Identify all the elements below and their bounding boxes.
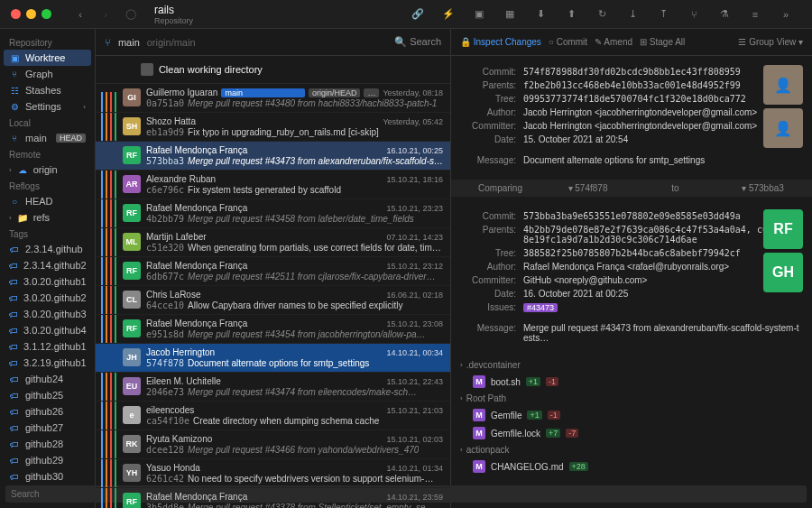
file-section[interactable]: ›.devcontainer bbox=[451, 357, 812, 373]
forward-button[interactable]: › bbox=[95, 4, 116, 25]
commit-row[interactable]: CLChris LaRose16.06.21, 02:1864cce10Allo… bbox=[96, 286, 450, 315]
more-icon[interactable]: » bbox=[772, 4, 799, 25]
commit-row[interactable]: RFRafael Mendonça França15.10.21, 23:08e… bbox=[96, 315, 450, 344]
commit-row[interactable]: EUEileen M. Uchitelle15.10.21, 22:432046… bbox=[96, 373, 450, 402]
compare-to: to bbox=[635, 183, 715, 193]
download-icon[interactable]: ⬇ bbox=[527, 4, 554, 25]
sidebar-item-worktree[interactable]: ▣Worktree bbox=[4, 50, 91, 66]
tab-amend[interactable]: ✎ Amend bbox=[595, 37, 632, 47]
sidebar-item-tag[interactable]: 🏷github30 bbox=[0, 468, 95, 485]
avatar: 👤 bbox=[763, 65, 803, 105]
commit-row[interactable]: RFRafael Mendonça França14.10.21, 23:593… bbox=[96, 488, 450, 508]
group-view-dropdown[interactable]: ☰ Group View ▾ bbox=[738, 37, 803, 47]
close-icon[interactable] bbox=[11, 9, 21, 19]
file-row[interactable]: Mboot.sh+1-1 bbox=[451, 373, 812, 391]
issue-pill[interactable]: #43473 bbox=[523, 303, 558, 312]
sidebar-item-tag[interactable]: 🏷3.0.20.github4 bbox=[0, 322, 95, 338]
sidebar-item-tag[interactable]: 🏷github27 bbox=[0, 420, 95, 436]
commit-time: 15.10.21, 22:43 bbox=[386, 377, 443, 386]
sidebar-item-stashes[interactable]: ☷Stashes bbox=[0, 82, 95, 98]
ref-pill[interactable]: main bbox=[221, 88, 305, 97]
sidebar-item-origin[interactable]: ›☁origin bbox=[0, 162, 95, 178]
sidebar-item-tag[interactable]: 🏷3.0.20.github2 bbox=[0, 290, 95, 306]
current-branch[interactable]: main bbox=[118, 37, 140, 48]
repo-name: rails bbox=[154, 4, 193, 16]
file-row[interactable]: MGemfile+1-1 bbox=[451, 406, 812, 424]
branch-icon[interactable]: ⑂ bbox=[680, 4, 707, 25]
redo-icon[interactable]: ↻ bbox=[588, 4, 615, 25]
sidebar-item-label: github25 bbox=[25, 390, 63, 401]
sidebar-item-tag[interactable]: 🏷github29 bbox=[0, 452, 95, 468]
sidebar-item-tag[interactable]: 🏷github26 bbox=[0, 403, 95, 420]
grid-icon[interactable]: ▦ bbox=[496, 4, 523, 25]
search-input[interactable] bbox=[5, 485, 96, 503]
meta-parents[interactable]: f2be2b013cc468eb4e10bb33ac001e48d4952f99 bbox=[523, 80, 741, 90]
meta-author: Rafael Mendonça França <rafael@rubyonrai… bbox=[523, 262, 729, 272]
filter-icon[interactable]: ⚗ bbox=[711, 4, 738, 25]
sidebar-item-tag[interactable]: 🏷github25 bbox=[0, 387, 95, 403]
link-icon[interactable]: 🔗 bbox=[404, 4, 431, 25]
tab-commit[interactable]: ○ Commit bbox=[549, 37, 587, 47]
sidebar-item-tag[interactable]: 🏷3.2.19.github1 bbox=[0, 355, 95, 371]
working-directory-row[interactable]: Clean working directory bbox=[96, 56, 450, 84]
tag-icon: 🏷 bbox=[9, 391, 20, 401]
maximize-icon[interactable] bbox=[42, 9, 51, 19]
ref-pill[interactable]: … bbox=[364, 88, 379, 97]
file-section[interactable]: ›actionpack bbox=[451, 442, 812, 457]
avatar: RF bbox=[123, 204, 141, 222]
commit-author: Yasuo Honda bbox=[146, 463, 200, 473]
sidebar-item-local-main[interactable]: ⑂mainHEAD bbox=[0, 130, 95, 146]
commit-row[interactable]: MLMartijn Lafeber07.10.21, 14:23c51e320W… bbox=[96, 228, 450, 257]
tab-inspect[interactable]: 🔒 Inspect Changes bbox=[460, 37, 541, 47]
wand-icon[interactable]: ⚡ bbox=[435, 4, 462, 25]
sidebar-item-tag[interactable]: 🏷2.3.14.github bbox=[0, 241, 95, 257]
panel-icon[interactable]: ▣ bbox=[466, 4, 493, 25]
commit-row[interactable]: YHYasuo Honda14.10.21, 01:346261c42No ne… bbox=[96, 459, 450, 488]
sidebar-item-tag[interactable]: 🏷3.1.12.github1 bbox=[0, 338, 95, 355]
commit-list[interactable]: Clean working directory GIGuillermo Igua… bbox=[96, 56, 450, 508]
modified-icon: M bbox=[473, 409, 485, 421]
commit-message: Merge pull request #43458 from lafeber/d… bbox=[188, 214, 414, 224]
search-button[interactable]: 🔍 Search bbox=[394, 36, 441, 48]
sidebar-item-settings[interactable]: ⚙Settings› bbox=[0, 98, 95, 115]
push-icon[interactable]: ⤒ bbox=[650, 4, 677, 25]
commit-row[interactable]: JHJacob Herrington14.10.21, 00:34574f878… bbox=[96, 344, 450, 373]
sidebar-item-label: Stashes bbox=[25, 85, 61, 96]
sidebar-item-tag[interactable]: 🏷github24 bbox=[0, 371, 95, 387]
commit-row[interactable]: GIGuillermo Iguaranmainorigin/HEAD…Yeste… bbox=[96, 84, 450, 113]
commit-row[interactable]: RFRafael Mendonça França15.10.21, 23:126… bbox=[96, 257, 450, 286]
commit-row[interactable]: RFRafael Mendonça França15.10.21, 23:234… bbox=[96, 199, 450, 228]
tab-stage[interactable]: ⊞ Stage All bbox=[640, 37, 685, 47]
sidebar-item-tag[interactable]: 🏷3.0.20.github1 bbox=[0, 273, 95, 290]
compare-b[interactable]: ▾ 573bba3 bbox=[723, 183, 803, 193]
meta-parents[interactable]: 4b2bb79de078e87e2f7639ca086c4c47f53a4a0a… bbox=[523, 225, 801, 245]
commit-row[interactable]: RFRafael Mendonça França16.10.21, 00:255… bbox=[96, 142, 450, 171]
sidebar-item-tag[interactable]: 🏷3.0.20.github3 bbox=[0, 306, 95, 322]
sidebar-item-tag[interactable]: 🏷github28 bbox=[0, 436, 95, 452]
file-row[interactable]: MGemfile.lock+7-7 bbox=[451, 424, 812, 442]
commit-hash: 573bba3 bbox=[146, 156, 184, 166]
upload-icon[interactable]: ⬆ bbox=[558, 4, 585, 25]
toolbar-icons: 🔗 ⚡ ▣ ▦ ⬇ ⬆ ↻ ⤓ ⤒ ⑂ ⚗ ≡ » bbox=[402, 4, 801, 25]
commit-row[interactable]: eeileencodes15.10.21, 21:03ca54f10eCreat… bbox=[96, 402, 450, 430]
minimize-icon[interactable] bbox=[26, 9, 36, 19]
sidebar-item-head[interactable]: ○HEAD bbox=[0, 193, 95, 209]
commit-row[interactable]: SHShozo HattaYesterday, 05:42eb1a9d9Fix … bbox=[96, 113, 450, 142]
commit-row[interactable]: RKRyuta Kamizono15.10.21, 02:03dcee128Me… bbox=[96, 430, 450, 459]
commit-message: No need to specify webdrivers version to… bbox=[188, 474, 433, 484]
sidebar-item-refs[interactable]: ›📁refs bbox=[0, 209, 95, 226]
sidebar-item-graph[interactable]: ⑂Graph bbox=[0, 66, 95, 82]
pull-icon[interactable]: ⤓ bbox=[619, 4, 646, 25]
file-section[interactable]: ›Root Path bbox=[451, 391, 812, 406]
compare-a[interactable]: ▾ 574f878 bbox=[548, 183, 628, 193]
remote-branch[interactable]: origin/main bbox=[147, 37, 196, 48]
settings-icon[interactable]: ≡ bbox=[742, 4, 769, 25]
file-row[interactable]: MCHANGELOG.md+28 bbox=[451, 457, 812, 476]
ref-pill[interactable]: origin/HEAD bbox=[309, 88, 361, 97]
back-button[interactable]: ‹ bbox=[69, 4, 91, 25]
commit-row[interactable]: ARAlexandre Ruban15.10.21, 18:16c6e796cF… bbox=[96, 171, 450, 199]
commit-message: Merge pull request #43466 from yahonda/w… bbox=[188, 445, 419, 455]
repo-icon[interactable]: ◯ bbox=[120, 4, 142, 25]
file-name: boot.sh bbox=[491, 377, 521, 387]
sidebar-item-tag[interactable]: 🏷2.3.14.github2 bbox=[0, 257, 95, 273]
